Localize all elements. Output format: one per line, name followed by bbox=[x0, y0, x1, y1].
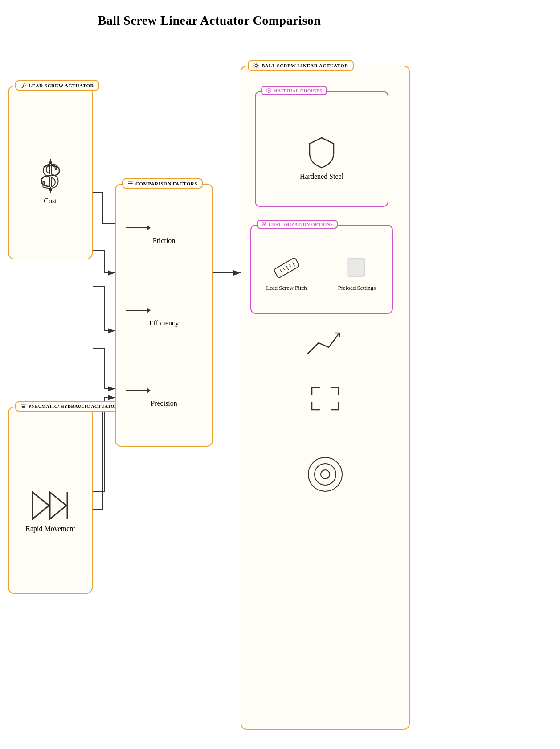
sliders-icon bbox=[262, 222, 267, 227]
focus-icon bbox=[307, 383, 343, 414]
material-choices-badge: MATERIAL CHOICES bbox=[261, 86, 327, 95]
preload-settings-area: Preload Settings bbox=[322, 256, 392, 292]
customization-box: CUSTOMIZATION OPTIONS Lead Screw bbox=[250, 225, 393, 314]
comparison-badge: COMPARISON FACTORS bbox=[122, 178, 203, 189]
lead-screw-box: LEAD SCREW ACTUATOR $ Cost bbox=[8, 86, 93, 259]
preload-icon bbox=[345, 256, 369, 281]
cost-area: $ Cost bbox=[9, 86, 92, 259]
hardened-steel-area: Hardened Steel bbox=[256, 92, 388, 206]
ball-screw-box: BALL SCREW LINEAR ACTUATOR MATERIAL CHOI… bbox=[241, 66, 410, 730]
filter-icon bbox=[20, 403, 26, 409]
svg-point-20 bbox=[255, 64, 258, 67]
page-container: Ball Screw Linear Actuator Comparison bbox=[0, 0, 419, 749]
cost-label: Cost bbox=[44, 197, 57, 205]
svg-point-25 bbox=[264, 224, 266, 225]
diagram-container: LEAD SCREW ACTUATOR $ Cost bbox=[0, 37, 419, 749]
svg-marker-8 bbox=[33, 492, 49, 519]
precision-arrow-row bbox=[116, 385, 212, 396]
gear-icon bbox=[253, 62, 259, 69]
efficiency-section: Efficiency bbox=[116, 305, 212, 327]
trend-icon bbox=[303, 325, 347, 361]
material-choices-box: MATERIAL CHOICES Hardened Steel bbox=[255, 91, 388, 207]
dollar-icon: $ bbox=[35, 158, 66, 193]
efficiency-arrow bbox=[125, 305, 151, 316]
layers-icon bbox=[266, 88, 271, 93]
svg-line-32 bbox=[292, 262, 294, 266]
svg-marker-17 bbox=[147, 308, 151, 313]
rapid-movement-label: Rapid Movement bbox=[25, 525, 75, 533]
customization-items: Lead Screw Pitch Preload Settings bbox=[251, 226, 392, 313]
pneumatic-badge: PNEUMATIC/ HYDRAULIC ACTUATORS bbox=[15, 401, 126, 412]
page-title: Ball Screw Linear Actuator Comparison bbox=[0, 0, 419, 28]
list-icon bbox=[127, 181, 133, 186]
efficiency-arrow-row bbox=[116, 305, 212, 316]
lead-screw-pitch-label: Lead Screw Pitch bbox=[266, 284, 307, 292]
wrench-icon bbox=[20, 82, 26, 88]
pneumatic-box: PNEUMATIC/ HYDRAULIC ACTUATORS Rapid Mov… bbox=[8, 407, 93, 594]
svg-point-36 bbox=[321, 470, 330, 479]
svg-line-30 bbox=[286, 266, 288, 270]
customization-badge: CUSTOMIZATION OPTIONS bbox=[257, 220, 338, 229]
preload-settings-label: Preload Settings bbox=[338, 284, 376, 292]
precision-arrow bbox=[125, 385, 151, 396]
target-icon-area bbox=[305, 454, 345, 494]
svg-point-34 bbox=[308, 457, 342, 491]
ruler-icon bbox=[272, 256, 301, 281]
friction-arrow bbox=[125, 222, 151, 233]
friction-label: Friction bbox=[153, 237, 176, 245]
svg-rect-33 bbox=[347, 259, 365, 276]
friction-arrow-row bbox=[116, 222, 212, 233]
precision-section: Precision bbox=[116, 385, 212, 407]
rapid-movement-icon bbox=[30, 490, 70, 521]
svg-marker-19 bbox=[147, 388, 151, 393]
friction-section: Friction bbox=[116, 222, 212, 245]
svg-point-26 bbox=[263, 225, 264, 226]
target-icon bbox=[305, 454, 345, 494]
hardened-steel-label: Hardened Steel bbox=[300, 173, 343, 181]
precision-label: Precision bbox=[151, 399, 177, 407]
ball-screw-badge: BALL SCREW LINEAR ACTUATOR bbox=[248, 60, 354, 71]
focus-icon-area bbox=[307, 383, 343, 414]
lead-screw-pitch-area: Lead Screw Pitch bbox=[251, 256, 322, 292]
svg-point-35 bbox=[315, 464, 336, 485]
svg-marker-9 bbox=[50, 492, 66, 519]
efficiency-label: Efficiency bbox=[149, 319, 179, 327]
svg-line-31 bbox=[289, 264, 290, 266]
rapid-movement-area: Rapid Movement bbox=[9, 407, 92, 593]
comparison-box: COMPARISON FACTORS Friction bbox=[115, 184, 213, 447]
svg-marker-15 bbox=[147, 225, 151, 230]
svg-point-24 bbox=[263, 222, 264, 224]
svg-line-29 bbox=[283, 268, 284, 270]
lead-screw-badge: LEAD SCREW ACTUATOR bbox=[15, 80, 99, 91]
shield-icon bbox=[306, 136, 337, 169]
trend-icon-area bbox=[303, 325, 347, 361]
svg-line-28 bbox=[280, 269, 282, 273]
svg-rect-27 bbox=[274, 257, 300, 278]
